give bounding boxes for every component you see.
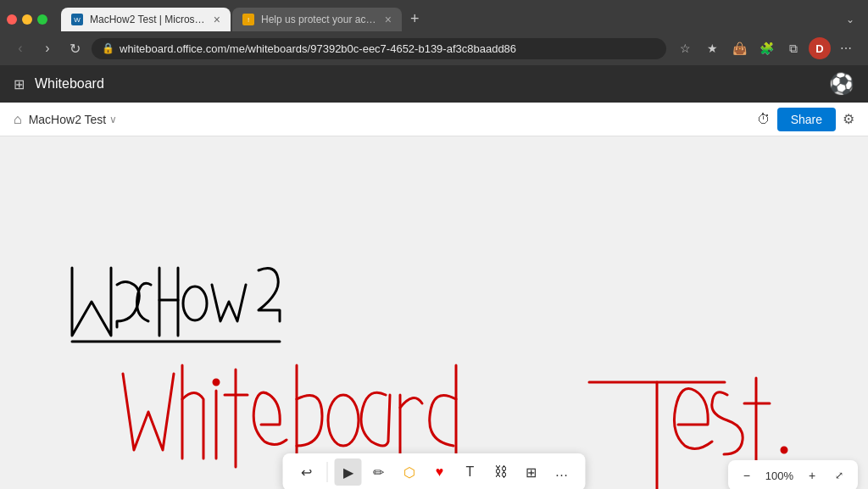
text-tool-button[interactable]: T	[457, 458, 484, 486]
app-header: ⊞ Whiteboard ⚽	[0, 65, 868, 103]
secondary-header: ⌂ MacHow2 Test ∨ ⏱ Share ⚙	[0, 103, 868, 136]
svg-point-18	[782, 447, 787, 453]
bottom-toolbar: ↩ ▶ ✏ ⬡ ♥ T ⛓ ⊞ …	[283, 453, 586, 489]
lock-icon: 🔒	[102, 42, 114, 54]
split-button[interactable]: ⧉	[782, 36, 805, 60]
maximize-button[interactable]	[37, 14, 47, 25]
home-icon[interactable]: ⌂	[14, 112, 22, 127]
settings-button[interactable]: ⚙	[843, 111, 854, 127]
url-input[interactable]: 🔒 whiteboard.office.com/me/whiteboards/9…	[92, 38, 666, 59]
reaction-tool-button[interactable]: ♥	[426, 458, 453, 486]
app-title: Whiteboard	[35, 76, 104, 92]
svg-point-3	[183, 286, 207, 320]
more-tools-button[interactable]: …	[548, 458, 576, 486]
tab-favicon-help: !	[242, 14, 254, 25]
tab-help[interactable]: ! Help us protect your account ×	[232, 8, 402, 31]
url-text: whiteboard.office.com/me/whiteboards/973…	[120, 42, 516, 55]
breadcrumb-text: MacHow2 Test	[29, 113, 107, 126]
svg-point-7	[214, 380, 219, 385]
back-button[interactable]: ‹	[10, 38, 31, 58]
traffic-lights	[7, 14, 47, 25]
refresh-button[interactable]: ↻	[64, 38, 85, 58]
tab-more-button[interactable]: ⌄	[839, 10, 861, 29]
tab-close-help[interactable]: ×	[385, 13, 392, 26]
extensions-button[interactable]: 🧩	[754, 36, 778, 60]
breadcrumb: MacHow2 Test ∨	[29, 113, 118, 126]
pen-tool-button[interactable]: ✏	[365, 458, 392, 486]
app-logo: ⚽	[829, 72, 854, 96]
header-actions: ⏱ Share ⚙	[757, 108, 854, 131]
history-button[interactable]: ⏱	[757, 112, 771, 127]
browser-actions: ☆ ★ 👜 🧩 ⧉ D ⋯	[673, 36, 858, 60]
bookmark-button[interactable]: ☆	[673, 36, 697, 60]
apps-grid-icon[interactable]: ⊞	[14, 76, 25, 92]
profile-button[interactable]: D	[809, 37, 831, 59]
whiteboard-drawing	[0, 136, 868, 489]
forward-button[interactable]: ›	[37, 38, 58, 58]
tab-list: W MacHow2 Test | Microsoft Wh... × ! Hel…	[61, 7, 426, 31]
link-tool-button[interactable]: ⛓	[487, 458, 515, 486]
toolbar-divider-1	[327, 462, 328, 482]
tab-machow2[interactable]: W MacHow2 Test | Microsoft Wh... ×	[61, 8, 231, 31]
svg-point-11	[328, 395, 359, 446]
tab-favicon-machow2: W	[71, 14, 83, 25]
minimize-button[interactable]	[22, 14, 32, 25]
address-bar: ‹ › ↻ 🔒 whiteboard.office.com/me/whitebo…	[0, 31, 868, 65]
zoom-controls: − 100% + ⤢	[728, 460, 858, 489]
tab-title-help: Help us protect your account	[261, 14, 378, 25]
favorites-button[interactable]: ★	[700, 36, 724, 60]
zoom-level: 100%	[762, 470, 797, 482]
pointer-tool-button[interactable]: ▶	[335, 458, 362, 486]
wallet-button[interactable]: 👜	[727, 36, 751, 60]
new-tab-button[interactable]: +	[403, 7, 426, 31]
tab-title-machow2: MacHow2 Test | Microsoft Wh...	[90, 14, 207, 25]
share-button[interactable]: Share	[777, 108, 836, 131]
undo-button[interactable]: ↩	[293, 458, 320, 486]
table-tool-button[interactable]: ⊞	[518, 458, 545, 486]
close-button[interactable]	[7, 14, 17, 25]
tab-close-machow2[interactable]: ×	[214, 13, 220, 26]
menu-button[interactable]: ⋯	[834, 36, 858, 60]
shape-tool-button[interactable]: ⬡	[396, 458, 423, 486]
whiteboard-canvas[interactable]: ↩ ▶ ✏ ⬡ ♥ T ⛓ ⊞ … − 100% + ⤢	[0, 136, 868, 489]
chevron-down-icon: ∨	[109, 114, 117, 125]
zoom-in-button[interactable]: +	[800, 464, 824, 487]
zoom-out-button[interactable]: −	[735, 464, 759, 487]
zoom-fit-button[interactable]: ⤢	[827, 464, 851, 487]
